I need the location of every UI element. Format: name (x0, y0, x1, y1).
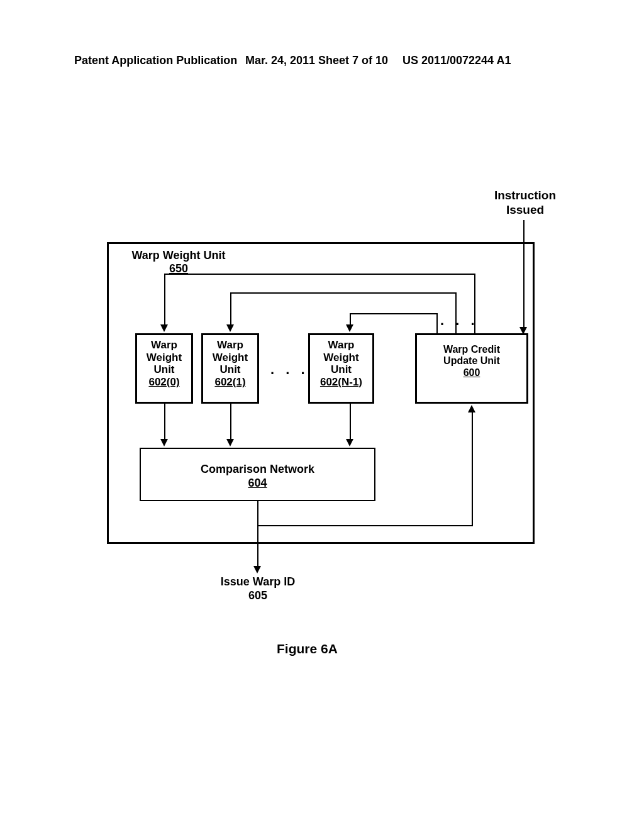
figure-caption: Figure 6A (277, 641, 338, 656)
line-credit-to-1-h (230, 292, 457, 294)
wwun-l1: Warp (328, 339, 355, 351)
wwu0-l2: Weight (147, 351, 182, 363)
comparison-network: Comparison Network 604 (140, 448, 375, 501)
header-mid: Mar. 24, 2011 Sheet 7 of 10 (245, 54, 388, 67)
line-feedback-v (472, 411, 473, 526)
arrow-wwun-down (346, 439, 353, 446)
line-wwu0-down (164, 404, 165, 441)
wwu1-l3: Unit (219, 363, 240, 375)
wwu0-l1: Warp (151, 339, 177, 351)
arrow-comp-out (253, 566, 261, 573)
outer-title: Warp Weight Unit 650 (119, 249, 238, 275)
outer-num: 650 (169, 262, 188, 275)
credit-num: 600 (464, 367, 480, 378)
issue-warp-id-label: Issue Warp ID 605 (211, 575, 305, 602)
wwu0-num: 602(0) (148, 376, 179, 388)
arrow-wwu1-down (226, 439, 234, 446)
ellipsis-mid: . . . (270, 362, 309, 378)
warp-weight-unit-1: Warp Weight Unit 602(1) (201, 333, 259, 404)
line-credit-stub-0 (474, 274, 475, 333)
comp-num: 604 (248, 477, 267, 489)
arrow-feedback-up (468, 405, 475, 412)
line-feedback-h (257, 525, 472, 526)
credit-l2: Update Unit (443, 355, 500, 366)
ellipsis-right: . . . (440, 313, 479, 329)
wwun-l3: Unit (331, 363, 352, 375)
arrow-to-0 (160, 324, 168, 332)
line-credit-to-n1-h (350, 313, 438, 314)
line-comp-out (257, 501, 258, 569)
arrow-to-n1 (346, 324, 353, 332)
line-wwun-down (350, 404, 351, 441)
arrow-wwu0-down (160, 439, 168, 446)
wwun-num: 602(N-1) (320, 376, 362, 388)
instruction-issued-label: Instruction Issued (487, 189, 563, 218)
wwu0-l3: Unit (153, 363, 174, 375)
line-to-0-down (164, 274, 165, 327)
out-title: Issue Warp ID (221, 575, 295, 588)
warp-weight-unit-0: Warp Weight Unit 602(0) (135, 333, 193, 404)
wwu1-num: 602(1) (214, 376, 245, 388)
header-left: Patent Application Publication (74, 54, 237, 67)
comp-title: Comparison Network (201, 463, 314, 475)
credit-l1: Warp Credit (443, 344, 500, 355)
line-to-1-down (230, 292, 231, 327)
line-wwu1-down (230, 404, 231, 441)
outer-title-text: Warp Weight Unit (132, 249, 226, 262)
arrow-to-1 (226, 324, 234, 332)
wwun-l2: Weight (323, 351, 358, 363)
line-credit-stub-n1 (436, 313, 438, 333)
line-credit-stub-1 (455, 292, 457, 333)
warp-weight-unit-n1: Warp Weight Unit 602(N-1) (308, 333, 374, 404)
wwu1-l2: Weight (213, 351, 248, 363)
line-credit-to-0-h (164, 274, 475, 275)
header-right: US 2011/0072244 A1 (402, 54, 511, 67)
out-num: 605 (248, 589, 267, 602)
warp-credit-update-unit: Warp Credit Update Unit 600 (415, 333, 528, 404)
wwu1-l1: Warp (217, 339, 243, 351)
